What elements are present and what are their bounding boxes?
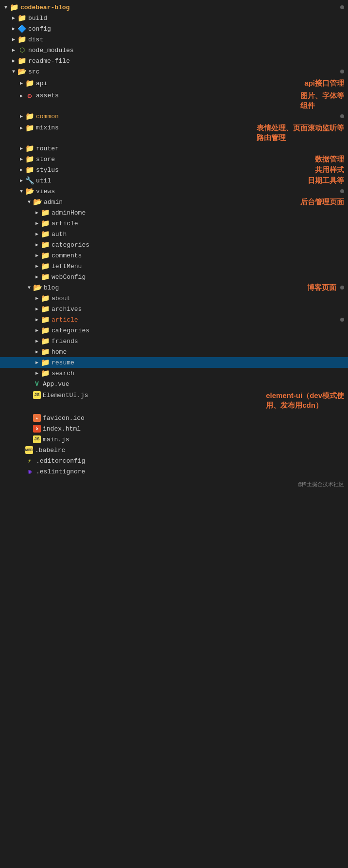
- folder-icon-about: 📁: [41, 294, 50, 303]
- label-main-js: main.js: [43, 436, 344, 443]
- label-article-blog: article: [52, 316, 340, 324]
- tree-item-main-js[interactable]: JS main.js: [0, 434, 348, 445]
- js-icon-main: JS: [33, 435, 41, 443]
- label-webConfig: webConfig: [52, 273, 344, 281]
- arrow-adminHome: [33, 209, 41, 217]
- folder-icon-config: 🔷: [17, 24, 26, 33]
- folder-icon-views: 📂: [25, 187, 34, 196]
- folder-icon-root: 📁: [10, 3, 18, 12]
- arrow-readme: [10, 57, 17, 65]
- folder-icon-admin: 📂: [33, 198, 42, 206]
- label-mixins: mixins: [36, 124, 253, 131]
- arrow-util: [17, 177, 25, 184]
- arrow-eslintignore: [17, 468, 25, 475]
- arrow-home: [33, 348, 41, 356]
- annotation-elementui: element-ui（dev模式使用、发布用cdn）: [266, 391, 344, 410]
- label-comments: comments: [52, 252, 344, 259]
- tree-item-webConfig[interactable]: 📁 webConfig: [0, 271, 348, 282]
- label-router: router: [36, 145, 344, 152]
- tree-item-home[interactable]: 📁 home: [0, 346, 348, 357]
- folder-icon-src: 📂: [17, 67, 26, 76]
- tree-item-root[interactable]: 📁 codebear-blog: [0, 2, 348, 13]
- tree-item-blog[interactable]: 📂 blog 博客页面: [0, 282, 348, 293]
- annotation-admin: 后台管理页面: [300, 198, 344, 207]
- label-resume: resume: [52, 359, 344, 366]
- folder-icon-assets: ⚙: [25, 91, 34, 100]
- annotation-assets: 图片、字体等组件: [300, 91, 344, 110]
- tree-item-mixins[interactable]: 📁 mixins 表情处理、页面滚动监听等路由管理: [0, 122, 348, 143]
- js-icon-elementui: JS: [33, 391, 41, 399]
- tree-item-categories-admin[interactable]: 📁 categories: [0, 239, 348, 250]
- tree-item-favicon[interactable]: ★ favicon.ico: [0, 413, 348, 423]
- arrow-favicon: [25, 414, 33, 422]
- tree-item-about[interactable]: 📁 about: [0, 293, 348, 304]
- label-store: store: [36, 156, 311, 163]
- arrow-article-admin: [33, 219, 41, 227]
- label-search: search: [52, 370, 344, 377]
- tree-item-stylus[interactable]: 📁 stylus 共用样式: [0, 164, 348, 175]
- editor-icon-file: ⚡: [25, 456, 34, 465]
- arrow-elementui: [25, 392, 33, 399]
- label-root: codebear-blog: [20, 4, 340, 11]
- tree-item-api[interactable]: 📁 api api接口管理: [0, 77, 348, 90]
- label-babelrc: .babelrc: [35, 447, 344, 454]
- tree-item-common[interactable]: 📁 common: [0, 111, 348, 122]
- html-icon-index: 5: [33, 425, 41, 433]
- arrow-views: [17, 187, 25, 195]
- arrow-about: [33, 294, 41, 302]
- arrow-app-vue: [25, 380, 33, 388]
- folder-icon-webConfig: 📁: [41, 272, 50, 281]
- arrow-store: [17, 155, 25, 163]
- tree-item-leftMenu[interactable]: 📁 leftMenu: [0, 261, 348, 271]
- tree-item-node-modules[interactable]: ⬡ node_modules: [0, 45, 348, 55]
- arrow-search: [33, 369, 41, 377]
- tree-item-auth[interactable]: 📁 auth: [0, 229, 348, 239]
- label-views: views: [36, 188, 340, 195]
- label-eslintignore: .eslintignore: [36, 468, 344, 475]
- label-home: home: [52, 348, 344, 356]
- annotation-stylus: 共用样式: [315, 165, 344, 175]
- tree-item-categories-blog[interactable]: 📁 categories: [0, 325, 348, 336]
- tree-item-comments[interactable]: 📁 comments: [0, 250, 348, 261]
- dot-article-blog: [340, 318, 344, 322]
- tree-item-dist[interactable]: 📁 dist: [0, 34, 348, 45]
- tree-item-store[interactable]: 📁 store 数据管理: [0, 154, 348, 164]
- tree-item-util[interactable]: 🔧 util 日期工具等: [0, 175, 348, 186]
- dot-src: [340, 70, 344, 73]
- tree-item-admin[interactable]: 📂 admin 后台管理页面: [0, 197, 348, 207]
- tree-item-article-admin[interactable]: 📁 article: [0, 218, 348, 229]
- folder-icon-resume: 📁: [41, 358, 50, 367]
- label-stylus: stylus: [36, 166, 311, 174]
- tree-item-resume[interactable]: 📁 resume: [0, 357, 348, 368]
- label-readme: readme-file: [28, 57, 344, 65]
- file-tree: 📁 codebear-blog 📁 build 🔷 config 📁 dist …: [0, 0, 348, 479]
- tree-item-elementui[interactable]: JS ElementUI.js element-ui（dev模式使用、发布用cd…: [0, 389, 348, 413]
- tree-item-index-html[interactable]: 5 index.html: [0, 423, 348, 434]
- tree-item-editorconfig[interactable]: ⚡ .editorconfig: [0, 455, 348, 466]
- label-node-modules: node_modules: [28, 47, 344, 54]
- arrow-mixins: [17, 124, 25, 132]
- folder-icon-leftMenu: 📁: [41, 262, 50, 271]
- tree-item-config[interactable]: 🔷 config: [0, 23, 348, 34]
- folder-icon-archives: 📁: [41, 305, 50, 313]
- tree-item-friends[interactable]: 📁 friends: [0, 336, 348, 346]
- tree-item-search[interactable]: 📁 search: [0, 368, 348, 379]
- tree-item-archives[interactable]: 📁 archives: [0, 304, 348, 314]
- tree-item-assets[interactable]: ⚙ assets 图片、字体等组件: [0, 90, 348, 111]
- arrow-friends: [33, 337, 41, 345]
- tree-item-babelrc[interactable]: BABEL .babelrc: [0, 445, 348, 455]
- arrow-leftMenu: [33, 262, 41, 270]
- tree-item-eslintignore[interactable]: ◉ .eslintignore: [0, 466, 348, 477]
- tree-item-views[interactable]: 📂 views: [0, 186, 348, 197]
- tree-item-adminHome[interactable]: 📁 adminHome: [0, 207, 348, 218]
- label-common: common: [36, 113, 340, 120]
- dot-root: [340, 5, 344, 9]
- tree-item-router[interactable]: 📁 router: [0, 143, 348, 154]
- tree-item-build[interactable]: 📁 build: [0, 13, 348, 23]
- label-build: build: [28, 15, 344, 22]
- tree-item-app-vue[interactable]: V App.vue: [0, 379, 348, 389]
- tree-item-readme[interactable]: 📁 readme-file: [0, 55, 348, 66]
- tree-item-src[interactable]: 📂 src: [0, 66, 348, 77]
- label-editorconfig: .editorconfig: [36, 457, 344, 465]
- tree-item-article-blog[interactable]: 📁 article: [0, 314, 348, 325]
